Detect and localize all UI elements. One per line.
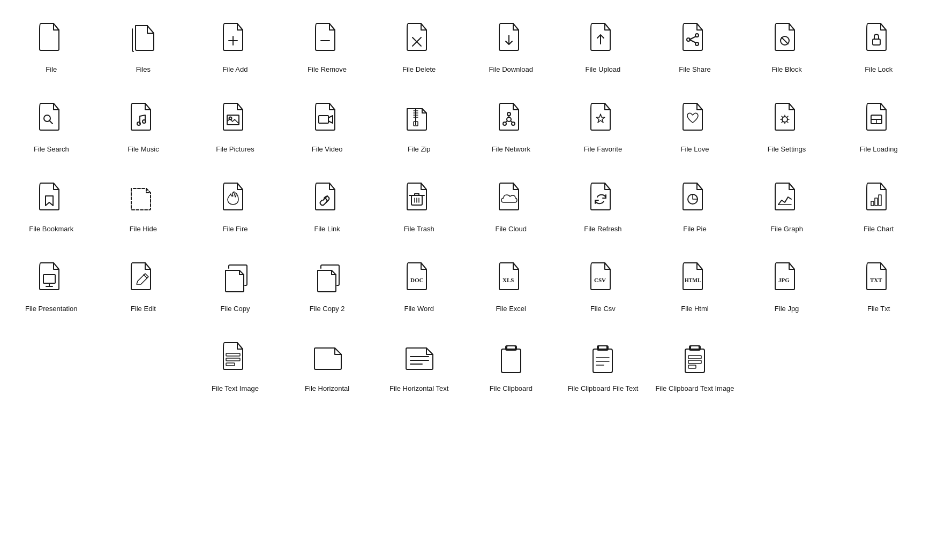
file-clipboard-file-text-icon [586, 340, 620, 377]
svg-rect-12 [873, 39, 880, 45]
icon-cell-file-clipboard-text-image: File Clipboard Text Image [649, 330, 741, 410]
file-love-icon [678, 101, 712, 138]
svg-marker-33 [596, 114, 605, 123]
icon-cell-file-video: File Video [281, 90, 373, 170]
svg-rect-60 [226, 358, 240, 361]
file-jpg-label: File Jpg [775, 305, 799, 314]
icon-cell-file: File [5, 11, 98, 90]
icon-cell-file-word: DOCFile Word [373, 250, 465, 330]
file-edit-icon [126, 261, 160, 297]
icon-cell-file-presentation: File Presentation [5, 250, 98, 330]
file-html-icon: HTML [678, 261, 712, 297]
file-network-label: File Network [492, 145, 530, 154]
file-txt-icon: TXT [861, 261, 896, 297]
icon-cell-file-block: File Block [741, 11, 833, 90]
icon-cell-file-link: File Link [281, 170, 373, 250]
icon-cell-file-copy: File Copy [189, 250, 281, 330]
file-link-icon [310, 181, 344, 217]
icon-cell-file-fire: File Fire [189, 170, 281, 250]
file-presentation-label: File Presentation [25, 305, 78, 314]
icon-cell-file-download: File Download [465, 11, 557, 90]
icon-cell-file-text-image: File Text Image [189, 330, 281, 410]
svg-point-15 [137, 122, 140, 125]
file-copy-2-label: File Copy 2 [310, 305, 345, 314]
svg-line-14 [49, 120, 52, 124]
file-hide-icon [126, 181, 160, 217]
icon-cell-empty4 [832, 330, 925, 410]
file-share-label: File Share [679, 65, 710, 74]
file-icon [34, 21, 69, 58]
svg-point-7 [695, 34, 699, 37]
icon-cell-empty1 [5, 330, 98, 410]
icon-cell-file-pie: File Pie [649, 170, 741, 250]
svg-rect-67 [593, 349, 612, 373]
file-add-icon [218, 21, 252, 58]
file-graph-icon [770, 181, 804, 217]
svg-rect-65 [501, 349, 521, 373]
file-cloud-label: File Cloud [496, 225, 527, 234]
icon-cell-file-trash: File Trash [373, 170, 465, 250]
icon-cell-file-graph: File Graph [741, 170, 833, 250]
icon-cell-file-share: File Share [649, 11, 741, 90]
svg-text:JPG: JPG [778, 277, 790, 283]
file-download-label: File Download [489, 65, 533, 74]
svg-rect-59 [226, 353, 240, 356]
svg-point-8 [695, 42, 699, 46]
file-link-label: File Link [314, 225, 340, 234]
svg-line-11 [782, 37, 788, 44]
file-text-image-label: File Text Image [212, 384, 259, 393]
icon-cell-file-hide: File Hide [98, 170, 190, 250]
icon-cell-files: Files [98, 11, 190, 90]
file-favorite-icon [586, 101, 620, 138]
file-favorite-label: File Favorite [584, 145, 622, 154]
icon-cell-file-lock: File Lock [832, 11, 925, 90]
svg-rect-74 [688, 355, 701, 359]
file-clipboard-text-image-icon [678, 340, 712, 377]
file-block-icon [770, 21, 804, 58]
file-pie-icon [678, 181, 712, 217]
file-music-icon [126, 101, 160, 138]
file-trash-label: File Trash [404, 225, 434, 234]
file-network-icon [494, 101, 528, 138]
file-csv-icon: CSV [586, 261, 620, 297]
svg-point-16 [142, 120, 146, 123]
icon-cell-empty3 [741, 330, 833, 410]
icon-cell-file-html: HTMLFile Html [649, 250, 741, 330]
file-cloud-icon [494, 181, 528, 217]
icon-cell-file-edit: File Edit [98, 250, 190, 330]
file-horizontal-text-label: File Horizontal Text [389, 384, 448, 393]
file-add-label: File Add [223, 65, 248, 74]
icon-cell-file-csv: CSVFile Csv [557, 250, 649, 330]
icon-cell-file-clipboard: File Clipboard [465, 330, 557, 410]
file-pictures-label: File Pictures [216, 145, 254, 154]
file-graph-label: File Graph [770, 225, 803, 234]
svg-text:HTML: HTML [685, 277, 701, 283]
file-share-icon [678, 21, 712, 58]
file-excel-icon: XLS [494, 261, 528, 297]
icon-cell-file-settings: File Settings [741, 90, 833, 170]
file-clipboard-icon [494, 340, 528, 377]
files-label: Files [136, 65, 151, 74]
file-video-icon [310, 101, 344, 138]
file-loading-label: File Loading [860, 145, 898, 154]
icon-cell-file-pictures: File Pictures [189, 90, 281, 170]
icon-cell-file-clipboard-file-text: File Clipboard File Text [557, 330, 649, 410]
file-search-label: File Search [34, 145, 69, 154]
svg-text:XLS: XLS [502, 277, 514, 283]
svg-text:TXT: TXT [870, 277, 882, 283]
icon-cell-file-search: File Search [5, 90, 98, 170]
file-pictures-icon [218, 101, 252, 138]
svg-rect-19 [319, 116, 328, 123]
file-love-label: File Love [681, 145, 709, 154]
file-label: File [46, 65, 57, 74]
icon-grid: File Files File Add File Remove File Del… [0, 0, 930, 420]
file-delete-icon [402, 21, 436, 58]
file-bookmark-icon [34, 181, 69, 217]
icon-cell-file-cloud: File Cloud [465, 170, 557, 250]
svg-rect-76 [688, 365, 696, 368]
icon-cell-file-delete: File Delete [373, 11, 465, 90]
icon-cell-file-horizontal: File Horizontal [281, 330, 373, 410]
icon-cell-file-txt: TXTFile Txt [832, 250, 925, 330]
icon-cell-file-horizontal-text: File Horizontal Text [373, 330, 465, 410]
file-chart-icon [861, 181, 896, 217]
